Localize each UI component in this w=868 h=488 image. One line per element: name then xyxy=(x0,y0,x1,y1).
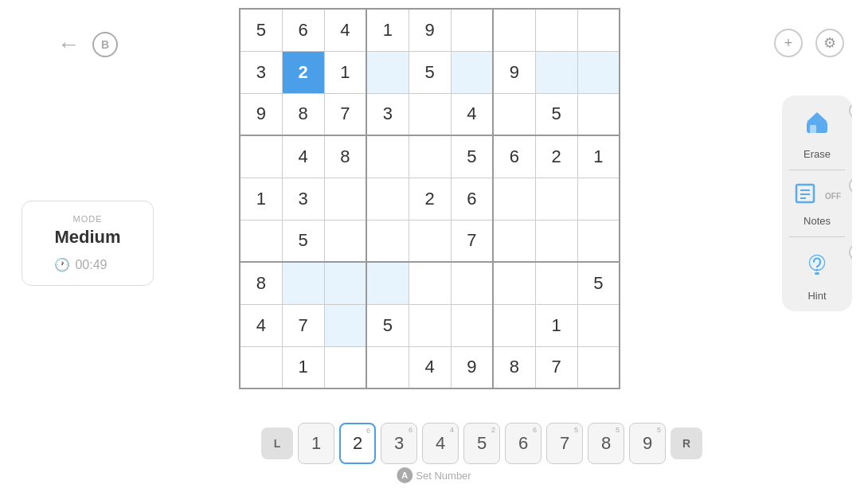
cell-r1-c0[interactable]: 3 xyxy=(240,51,282,93)
cell-r5-c8[interactable] xyxy=(577,220,620,262)
picker-number-3[interactable]: 63 xyxy=(381,423,417,464)
picker-number-6[interactable]: 66 xyxy=(505,423,542,464)
cell-r1-c7[interactable] xyxy=(535,51,577,93)
cell-r4-c4[interactable]: 2 xyxy=(409,178,451,220)
cell-r3-c0[interactable] xyxy=(240,135,282,178)
cell-r5-c2[interactable] xyxy=(324,220,366,262)
cell-r7-c4[interactable] xyxy=(409,304,451,346)
cell-r6-c8[interactable]: 5 xyxy=(577,262,620,304)
cell-r4-c2[interactable] xyxy=(324,178,366,220)
cell-r7-c8[interactable] xyxy=(577,304,620,346)
sudoku-grid[interactable]: 564193215998734548562113265785475114987 xyxy=(239,8,620,389)
cell-r4-c1[interactable]: 3 xyxy=(282,178,324,220)
cell-r6-c0[interactable]: 8 xyxy=(240,262,282,304)
cell-r4-c7[interactable] xyxy=(535,178,577,220)
picker-number-1[interactable]: 1 xyxy=(298,423,334,464)
cell-r3-c8[interactable]: 1 xyxy=(577,135,620,178)
cell-r1-c8[interactable] xyxy=(577,51,620,93)
cell-r8-c6[interactable]: 8 xyxy=(493,346,535,388)
cell-r7-c3[interactable]: 5 xyxy=(366,304,409,346)
cell-r6-c7[interactable] xyxy=(535,262,577,304)
cell-r2-c3[interactable]: 3 xyxy=(366,93,409,135)
left-picker-button[interactable]: L xyxy=(261,427,293,459)
cell-r3-c1[interactable]: 4 xyxy=(282,135,324,178)
cell-r0-c4[interactable]: 9 xyxy=(409,9,451,51)
cell-r8-c8[interactable] xyxy=(577,346,620,388)
cell-r4-c6[interactable] xyxy=(493,178,535,220)
picker-number-7[interactable]: 57 xyxy=(546,423,583,464)
erase-tool[interactable]: Erase X xyxy=(782,96,852,170)
settings-button[interactable]: ⚙ xyxy=(815,29,844,57)
cell-r1-c4[interactable]: 5 xyxy=(409,51,451,93)
cell-r2-c7[interactable]: 5 xyxy=(535,93,577,135)
picker-number-2[interactable]: 62 xyxy=(339,423,376,464)
add-button[interactable]: + xyxy=(774,29,803,57)
cell-r2-c1[interactable]: 8 xyxy=(282,93,324,135)
cell-r8-c3[interactable] xyxy=(366,346,409,388)
cell-r8-c2[interactable] xyxy=(324,346,366,388)
cell-r4-c5[interactable]: 6 xyxy=(451,178,493,220)
cell-r4-c0[interactable]: 1 xyxy=(240,178,282,220)
cell-r2-c6[interactable] xyxy=(493,93,535,135)
cell-r0-c1[interactable]: 6 xyxy=(282,9,324,51)
picker-number-4[interactable]: 44 xyxy=(422,423,459,464)
cell-r8-c7[interactable]: 7 xyxy=(535,346,577,388)
cell-r6-c6[interactable] xyxy=(493,262,535,304)
cell-r0-c2[interactable]: 4 xyxy=(324,9,366,51)
cell-r1-c5[interactable] xyxy=(451,51,493,93)
hint-tool[interactable]: Hint ⋯ xyxy=(782,237,852,311)
back-button[interactable]: ← xyxy=(57,32,80,57)
b-button[interactable]: B xyxy=(92,32,118,57)
cell-r0-c0[interactable]: 5 xyxy=(240,9,282,51)
cell-r1-c6[interactable]: 9 xyxy=(493,51,535,93)
cell-r2-c8[interactable] xyxy=(577,93,620,135)
cell-r6-c5[interactable] xyxy=(451,262,493,304)
cell-r3-c7[interactable]: 2 xyxy=(535,135,577,178)
cell-r7-c0[interactable]: 4 xyxy=(240,304,282,346)
cell-r4-c8[interactable] xyxy=(577,178,620,220)
cell-r0-c7[interactable] xyxy=(535,9,577,51)
cell-r6-c2[interactable] xyxy=(324,262,366,304)
cell-r0-c8[interactable] xyxy=(577,9,620,51)
cell-r1-c2[interactable]: 1 xyxy=(324,51,366,93)
cell-r3-c4[interactable] xyxy=(409,135,451,178)
right-picker-button[interactable]: R xyxy=(671,427,702,459)
cell-r7-c5[interactable] xyxy=(451,304,493,346)
cell-r4-c3[interactable] xyxy=(366,178,409,220)
cell-r2-c5[interactable]: 4 xyxy=(451,93,493,135)
cell-r5-c7[interactable] xyxy=(535,220,577,262)
cell-r7-c6[interactable] xyxy=(493,304,535,346)
cell-r2-c0[interactable]: 9 xyxy=(240,93,282,135)
cell-r8-c0[interactable] xyxy=(240,346,282,388)
cell-r2-c4[interactable] xyxy=(409,93,451,135)
cell-r5-c6[interactable] xyxy=(493,220,535,262)
picker-number-8[interactable]: 58 xyxy=(588,423,624,464)
cell-r2-c2[interactable]: 7 xyxy=(324,93,366,135)
cell-r0-c6[interactable] xyxy=(493,9,535,51)
cell-r5-c1[interactable]: 5 xyxy=(282,220,324,262)
cell-r5-c4[interactable] xyxy=(409,220,451,262)
cell-r6-c3[interactable] xyxy=(366,262,409,304)
cell-r8-c5[interactable]: 9 xyxy=(451,346,493,388)
cell-r7-c2[interactable] xyxy=(324,304,366,346)
notes-tool[interactable]: OFF Notes Y xyxy=(782,170,852,236)
cell-r1-c3[interactable] xyxy=(366,51,409,93)
cell-r5-c5[interactable]: 7 xyxy=(451,220,493,262)
picker-number-9[interactable]: 59 xyxy=(629,423,666,464)
cell-r6-c4[interactable] xyxy=(409,262,451,304)
cell-r0-c5[interactable] xyxy=(451,9,493,51)
picker-number-5[interactable]: 25 xyxy=(463,423,500,464)
cell-r3-c2[interactable]: 8 xyxy=(324,135,366,178)
cell-r8-c1[interactable]: 1 xyxy=(282,346,324,388)
cell-r3-c3[interactable] xyxy=(366,135,409,178)
cell-r8-c4[interactable]: 4 xyxy=(409,346,451,388)
cell-r3-c6[interactable]: 6 xyxy=(493,135,535,178)
cell-r5-c3[interactable] xyxy=(366,220,409,262)
cell-r1-c1[interactable]: 2 xyxy=(282,51,324,93)
cell-r3-c5[interactable]: 5 xyxy=(451,135,493,178)
cell-r0-c3[interactable]: 1 xyxy=(366,9,409,51)
cell-r7-c7[interactable]: 1 xyxy=(535,304,577,346)
cell-r5-c0[interactable] xyxy=(240,220,282,262)
cell-r6-c1[interactable] xyxy=(282,262,324,304)
cell-r7-c1[interactable]: 7 xyxy=(282,304,324,346)
